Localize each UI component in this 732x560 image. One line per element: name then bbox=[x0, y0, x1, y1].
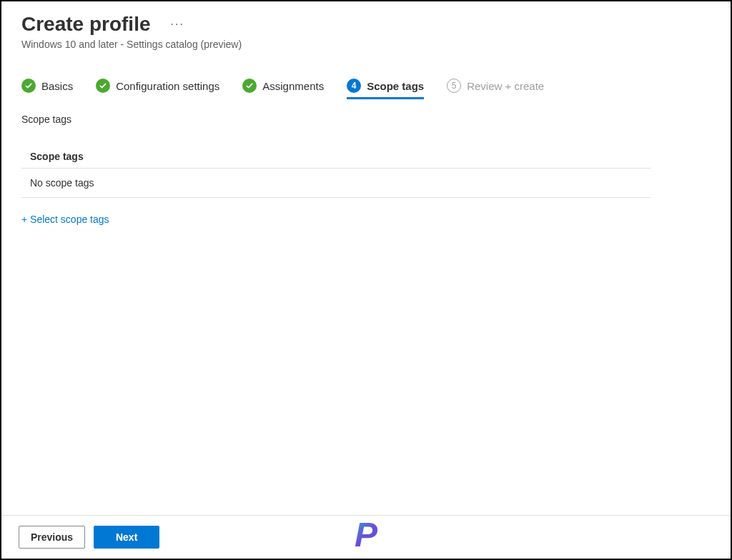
content-area: Scope tags Scope tags No scope tags + Se… bbox=[1, 99, 731, 515]
step-configuration-settings[interactable]: Configuration settings bbox=[96, 79, 219, 99]
previous-button[interactable]: Previous bbox=[19, 526, 85, 549]
more-actions-icon[interactable]: ··· bbox=[168, 15, 187, 34]
checkmark-icon bbox=[96, 79, 110, 93]
scope-tags-table: Scope tags No scope tags bbox=[21, 145, 651, 198]
step-label: Review + create bbox=[467, 80, 544, 92]
header: Create profile ··· Windows 10 and later … bbox=[1, 1, 731, 54]
wizard-steps: Basics Configuration settings Assignment… bbox=[1, 54, 731, 99]
step-assignments[interactable]: Assignments bbox=[242, 79, 324, 99]
step-basics[interactable]: Basics bbox=[21, 79, 73, 99]
step-number-icon: 4 bbox=[347, 79, 361, 93]
page-title: Create profile bbox=[21, 13, 151, 36]
section-label: Scope tags bbox=[21, 114, 711, 125]
step-label: Basics bbox=[41, 80, 73, 92]
checkmark-icon bbox=[242, 79, 257, 93]
checkmark-icon bbox=[21, 79, 36, 93]
step-label: Assignments bbox=[262, 80, 324, 92]
step-label: Configuration settings bbox=[116, 80, 219, 92]
table-header: Scope tags bbox=[21, 145, 651, 168]
table-empty-row: No scope tags bbox=[21, 169, 651, 197]
step-review-create[interactable]: 5 Review + create bbox=[447, 79, 544, 99]
step-label: Scope tags bbox=[367, 80, 424, 92]
brand-logo: P bbox=[355, 515, 377, 554]
divider bbox=[21, 197, 651, 198]
next-button[interactable]: Next bbox=[94, 526, 159, 549]
select-scope-tags-link[interactable]: + Select scope tags bbox=[21, 214, 109, 225]
step-number-icon: 5 bbox=[447, 79, 461, 93]
step-scope-tags[interactable]: 4 Scope tags bbox=[347, 79, 424, 99]
page-subtitle: Windows 10 and later - Settings catalog … bbox=[21, 39, 711, 50]
footer: Previous Next P bbox=[1, 515, 731, 559]
